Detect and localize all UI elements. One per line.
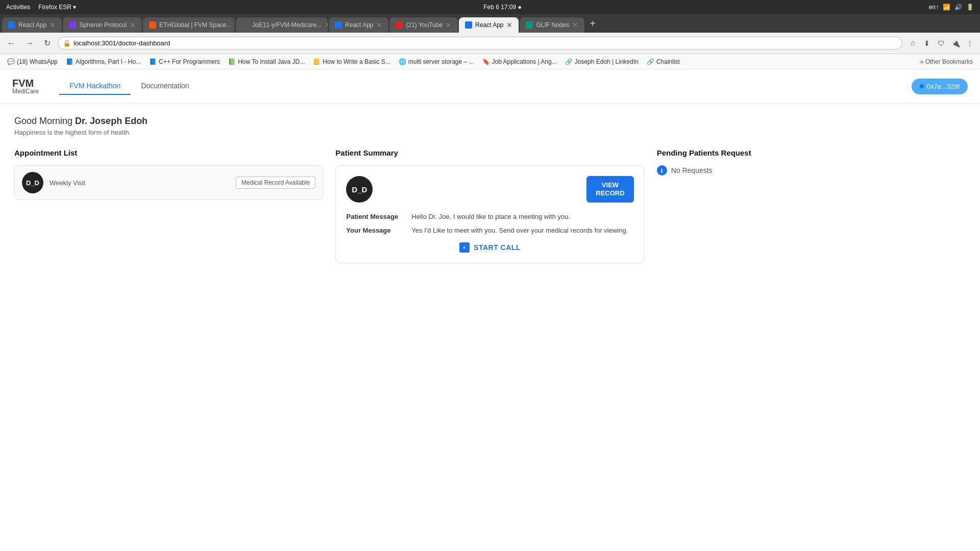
- bookmark-whatsapp[interactable]: 💬 (18) WhatsApp: [4, 57, 61, 66]
- dashboard-grid: Appointment List D_D Weekly Visit Medica…: [14, 148, 966, 263]
- bookmarks-more[interactable]: » Other Bookmarks: [917, 57, 976, 66]
- bookmark-basic[interactable]: 📒 How to Write a Basic S...: [310, 57, 394, 66]
- bookmark-algorithms[interactable]: 📘 Algorithms, Part I - Ho...: [63, 57, 144, 66]
- pending-patients-title: Pending Patients Request: [657, 148, 966, 157]
- tab-favicon-youtube: [396, 21, 403, 29]
- start-call-icon: +: [459, 242, 470, 253]
- bookmarks-bar: 💬 (18) WhatsApp 📘 Algorithms, Part I - H…: [0, 54, 980, 69]
- tab-close-glif[interactable]: ✕: [572, 21, 578, 29]
- tab-label-react-app-1: React App: [18, 21, 46, 29]
- chainlist-favicon: 🔗: [647, 58, 654, 65]
- patient-message-text: Hello Dr. Joe, I would like to place a m…: [411, 213, 633, 220]
- volume-icon: 🔊: [954, 4, 962, 11]
- medical-record-badge[interactable]: Medical Record Available: [236, 177, 316, 189]
- shield-icon[interactable]: 🛡: [935, 37, 947, 49]
- tab-ethglobal[interactable]: ETHGlobal | FVM Space... ✕: [143, 17, 235, 33]
- patient-summary-title: Patient Summary: [335, 148, 644, 157]
- tab-label-glif: GLIF Nodes: [536, 21, 569, 29]
- java-favicon: 📗: [228, 58, 236, 65]
- tab-favicon-spheron: [69, 21, 76, 29]
- view-record-button[interactable]: VIEW RECORD: [586, 176, 633, 202]
- your-message-text: Yes I'd Like to meet with you. Send over…: [411, 227, 633, 234]
- nav-tab-hackathon[interactable]: FVM Hackathon: [59, 78, 131, 95]
- appointment-type: Weekly Visit: [50, 179, 85, 187]
- new-tab-button[interactable]: +: [585, 16, 600, 32]
- wallet-address: 0x7e...329f: [927, 83, 960, 90]
- your-message-label: Your Message: [346, 227, 407, 234]
- your-message-row: Your Message Yes I'd Like to meet with y…: [346, 227, 633, 234]
- patient-avatar: D_D: [346, 176, 373, 203]
- bookmark-java[interactable]: 📗 How To Install Java JD...: [225, 57, 308, 66]
- appointment-card: D_D Weekly Visit Medical Record Availabl…: [14, 165, 323, 200]
- whatsapp-favicon: 💬: [7, 58, 15, 65]
- start-call-button[interactable]: + START CALL: [459, 242, 521, 253]
- greeting-prefix: Good Morning: [14, 116, 72, 126]
- bookmark-job-label: Job Applications | Ang...: [492, 58, 557, 65]
- appointment-list-section: Appointment List D_D Weekly Visit Medica…: [14, 148, 323, 263]
- basic-favicon: 📒: [313, 58, 321, 65]
- bookmark-cpp-label: C++ For Programmers: [159, 58, 220, 65]
- nav-tab-documentation[interactable]: Documentation: [131, 78, 199, 95]
- bookmark-whatsapp-label: (18) WhatsApp: [17, 58, 58, 65]
- tab-react-app-1[interactable]: React App ✕: [2, 17, 62, 33]
- tab-bar: React App ✕ Spheron Protocol ✕ ETHGlobal…: [0, 14, 980, 33]
- cpp-favicon: 📘: [149, 58, 157, 65]
- pending-patients-section: Pending Patients Request i No Requests: [657, 148, 966, 263]
- appointment-list-title: Appointment List: [14, 148, 323, 157]
- tab-close-spheron[interactable]: ✕: [130, 21, 136, 29]
- tab-youtube[interactable]: (21) YouTube ✕: [389, 17, 458, 33]
- page-main: Good Morning Dr. Joseph Edoh Happiness i…: [0, 104, 980, 276]
- url-input[interactable]: [58, 37, 902, 49]
- tab-label-spheron: Spheron Protocol: [79, 21, 127, 29]
- os-bar-right: en↑ 📶 🔊 🔋: [929, 4, 974, 11]
- app-logo: FVM MediCare: [12, 78, 39, 94]
- greeting-subtitle: Happiness is the highest form of health.: [14, 129, 966, 136]
- tab-react-app-3[interactable]: React App ✕: [459, 17, 519, 33]
- appointment-info: Weekly Visit: [50, 179, 230, 187]
- info-icon: i: [657, 165, 667, 176]
- bookmark-linkedin[interactable]: 🔗 Joseph Edoh | LinkedIn: [562, 57, 642, 66]
- toolbar-icons: ☆ ⬇ 🛡 🔌 ⋮: [906, 37, 976, 49]
- bookmark-job[interactable]: 🔖 Job Applications | Ang...: [479, 57, 560, 66]
- url-bar-wrap: 🔒: [58, 37, 902, 49]
- patient-summary-section: Patient Summary D_D VIEW RECORD Patient …: [335, 148, 644, 263]
- tab-close-react-app-3[interactable]: ✕: [506, 21, 512, 29]
- os-bar-center: Feb 6 17:09 ●: [483, 4, 522, 11]
- activities-label[interactable]: Activities: [6, 4, 30, 11]
- browser-label[interactable]: Firefox ESR ▾: [38, 4, 76, 11]
- menu-icon[interactable]: ⋮: [964, 37, 976, 49]
- back-button[interactable]: ←: [4, 37, 18, 50]
- bookmark-storage-label: multi server storage – ...: [408, 58, 474, 65]
- tab-close-youtube[interactable]: ✕: [446, 21, 452, 29]
- extension-icon[interactable]: 🔌: [949, 37, 962, 49]
- bookmark-chainlist[interactable]: 🔗 Chainlist: [644, 57, 683, 66]
- storage-favicon: 🌐: [399, 58, 406, 65]
- tab-close-react-app-1[interactable]: ✕: [50, 21, 56, 29]
- tab-close-ethglobal[interactable]: ✕: [234, 21, 235, 29]
- job-favicon: 🔖: [482, 58, 490, 65]
- tab-close-react-app-2[interactable]: ✕: [376, 21, 382, 29]
- wallet-button[interactable]: 0x7e...329f: [912, 79, 968, 94]
- keyboard-layout: en↑: [929, 4, 939, 11]
- secure-icon: 🔒: [63, 39, 71, 47]
- tab-close-joe11[interactable]: ✕: [325, 21, 328, 29]
- algorithms-favicon: 📘: [66, 58, 74, 65]
- tab-glif[interactable]: GLIF Nodes ✕: [520, 17, 584, 33]
- bookmark-star-icon[interactable]: ☆: [906, 37, 919, 49]
- tab-label-ethglobal: ETHGlobal | FVM Space...: [159, 21, 231, 29]
- tab-joe11[interactable]: JoE11-y/FVM-Medicare... ✕: [236, 17, 328, 33]
- bookmark-linkedin-label: Joseph Edoh | LinkedIn: [575, 58, 639, 65]
- avatar: D_D: [22, 172, 43, 193]
- tab-react-app-2[interactable]: React App ✕: [329, 17, 388, 33]
- bookmark-cpp[interactable]: 📘 C++ For Programmers: [146, 57, 223, 66]
- tab-favicon-glif: [526, 21, 533, 29]
- greeting-text: Good Morning Dr. Joseph Edoh: [14, 116, 966, 127]
- tab-label-youtube: (21) YouTube: [406, 21, 443, 29]
- no-requests-row: i No Requests: [657, 165, 966, 176]
- bookmark-storage[interactable]: 🌐 multi server storage – ...: [396, 57, 477, 66]
- download-icon[interactable]: ⬇: [921, 37, 933, 49]
- forward-button[interactable]: →: [22, 37, 37, 50]
- tab-spheron[interactable]: Spheron Protocol ✕: [63, 17, 142, 33]
- view-record-line1: VIEW: [602, 181, 619, 189]
- refresh-button[interactable]: ↻: [41, 36, 54, 50]
